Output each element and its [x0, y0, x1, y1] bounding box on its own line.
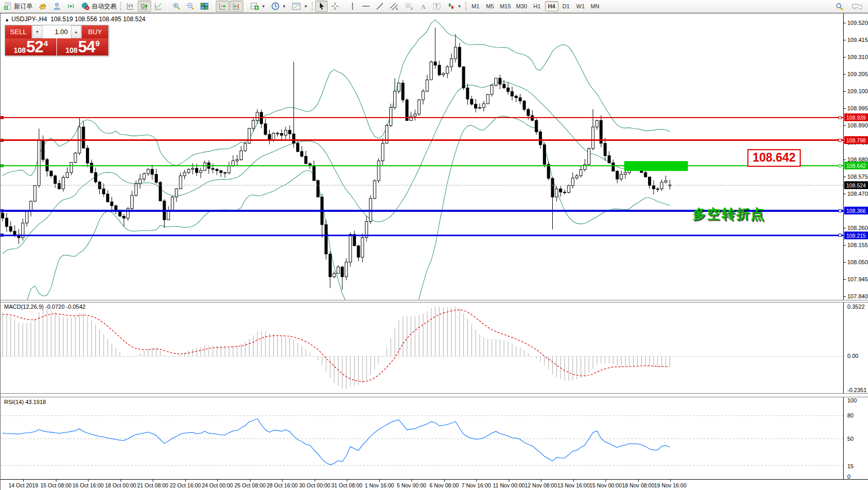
timeframe-button-w1[interactable]: W1: [574, 1, 587, 11]
zoom-out-button[interactable]: [184, 1, 197, 12]
rsi-pane[interactable]: [1, 397, 843, 480]
timeframe-button-d1[interactable]: D1: [560, 1, 573, 11]
annotation-text[interactable]: 多空转折点: [693, 205, 765, 223]
fibonacci-tool-button[interactable]: F: [402, 1, 417, 12]
crosshair-tool-button[interactable]: [328, 1, 342, 12]
timeframe-button-m15[interactable]: M15: [498, 1, 513, 11]
candle-body: [438, 65, 440, 75]
toolbar-grip: [120, 2, 122, 10]
bollinger-lower-band: [3, 116, 670, 300]
price-line-108.642[interactable]: [1, 165, 843, 166]
vertical-line-tool-button[interactable]: [346, 1, 359, 12]
price-axis[interactable]: 109.520109.415109.310109.205109.100108.9…: [843, 13, 868, 479]
candle-body: [482, 104, 485, 107]
current-price-tag: 108.524: [844, 181, 868, 189]
chart-shift-button[interactable]: [230, 1, 243, 12]
buy-button[interactable]: BUY: [82, 25, 108, 38]
sell-button[interactable]: SELL: [5, 25, 32, 38]
fibonacci-icon: F: [405, 2, 414, 10]
buy-price-display[interactable]: 108 54 9: [57, 38, 108, 55]
rsi-line: [3, 419, 670, 465]
price-line-108.939[interactable]: [1, 117, 843, 118]
volume-increase-button[interactable]: ▲: [71, 25, 81, 38]
trendline-tool-button[interactable]: [373, 1, 387, 12]
time-tick: [638, 480, 639, 482]
pane-separator[interactable]: [1, 393, 868, 397]
templates-button[interactable]: ▼: [289, 1, 311, 12]
new-order-button[interactable]: 新订单: [1, 1, 35, 12]
price-tick-label: 109.100: [847, 88, 868, 94]
search-button[interactable]: [833, 1, 846, 12]
timeframe-button-h1[interactable]: H1: [531, 1, 544, 11]
zoom-in-button[interactable]: [170, 1, 183, 12]
green-highlight-zone[interactable]: [624, 161, 688, 171]
axis-tick: [844, 245, 846, 246]
indicators-button[interactable]: ▼: [248, 1, 268, 12]
sell-price-display[interactable]: 108 52 4: [5, 38, 56, 55]
market-watch-button[interactable]: [36, 1, 50, 12]
candle-body: [70, 163, 72, 173]
time-tick: [56, 480, 56, 482]
pane-separator[interactable]: [1, 300, 868, 302]
auto-scroll-button[interactable]: [216, 1, 229, 12]
candle-body: [276, 133, 279, 134]
auto-trading-icon: [81, 2, 90, 10]
volume-decrease-button[interactable]: ▼: [32, 25, 42, 38]
collapse-arrow-icon[interactable]: ▲: [5, 17, 9, 22]
time-tick: [217, 480, 218, 482]
cursor-tool-button[interactable]: [315, 1, 328, 12]
periods-button[interactable]: ▼: [269, 1, 289, 12]
time-tick: [606, 480, 606, 482]
text-tool-button[interactable]: A: [417, 1, 430, 12]
bar-chart-mode-button[interactable]: [124, 1, 137, 12]
auto-trading-button[interactable]: 自动交易: [78, 1, 119, 12]
line-left-marker: [1, 234, 4, 237]
horizontal-line-tool-button[interactable]: [359, 1, 373, 12]
candle-body: [143, 174, 145, 179]
line-chart-mode-button[interactable]: [152, 1, 165, 12]
signals-button[interactable]: [64, 1, 78, 12]
volume-input[interactable]: [42, 25, 71, 38]
auto-trading-label: 自动交易: [92, 2, 116, 11]
price-line-108.215[interactable]: [1, 235, 843, 236]
candle-body: [527, 109, 529, 116]
arrows-tool-button[interactable]: ▼: [444, 1, 464, 12]
time-axis[interactable]: 14 Oct 201915 Oct 08:0016 Oct 16:0018 Oc…: [1, 479, 868, 490]
candle-body: [288, 130, 291, 134]
candle-body: [478, 107, 481, 108]
price-tick-label: 107.945: [847, 276, 868, 282]
candle-body: [297, 143, 299, 152]
candle-body: [458, 47, 461, 67]
tile-windows-button[interactable]: [198, 1, 211, 12]
candle-body: [349, 235, 351, 262]
candlestick-mode-button[interactable]: [138, 1, 151, 12]
price-chart-pane[interactable]: [1, 13, 843, 300]
price-line-108.798[interactable]: [1, 139, 843, 141]
candle-body: [620, 175, 623, 179]
timeframe-button-m1[interactable]: M1: [469, 1, 482, 11]
channel-tool-button[interactable]: E: [387, 1, 402, 12]
rsi-axis-label: 80: [847, 412, 854, 419]
timeframe-button-m30[interactable]: M30: [514, 1, 529, 11]
price-callout-label[interactable]: 108.642: [747, 149, 801, 167]
macd-pane[interactable]: [1, 302, 843, 393]
text-tool-icon: A: [420, 2, 427, 10]
text-label-tool-button[interactable]: T: [430, 1, 444, 12]
timeframe-button-m5[interactable]: M5: [483, 1, 497, 11]
profile-button[interactable]: [50, 1, 64, 12]
macd-signal-line: [3, 310, 670, 382]
timeframe-button-h4[interactable]: H4: [545, 1, 558, 11]
candle-body: [345, 262, 348, 277]
time-tick: [88, 480, 89, 482]
tile-windows-icon: [200, 2, 209, 10]
sell-price-big-figure: 108: [13, 47, 25, 54]
timeframe-button-mn[interactable]: MN: [589, 1, 602, 11]
timeframe-group: M1M5M15M30H1H4D1W1MN: [469, 1, 602, 11]
dropdown-caret-icon: ▼: [304, 4, 308, 9]
candle-body: [192, 168, 194, 169]
time-tick: [121, 480, 121, 482]
candle-body: [119, 212, 121, 217]
trendline-icon: [376, 2, 384, 10]
candle-body: [377, 161, 380, 181]
chat-button[interactable]: [849, 1, 865, 12]
